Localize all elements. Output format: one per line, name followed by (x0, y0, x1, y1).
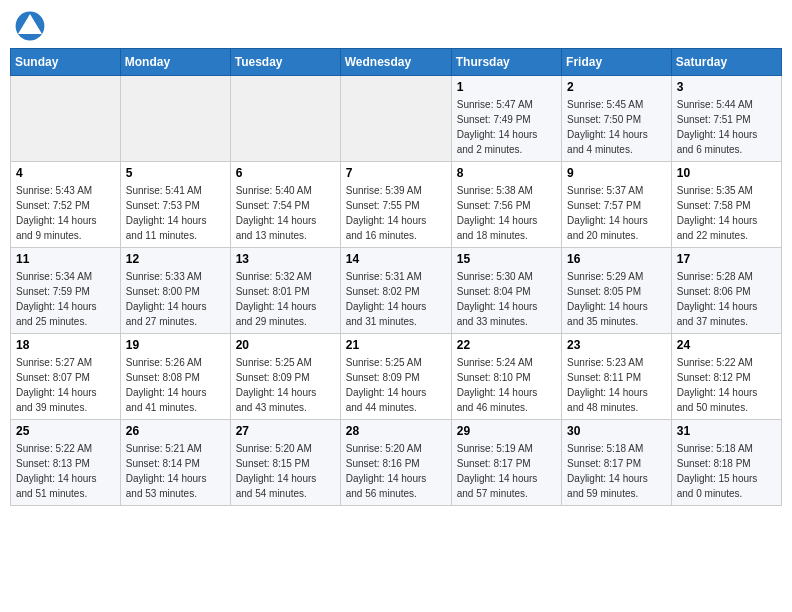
calendar-cell: 12Sunrise: 5:33 AM Sunset: 8:00 PM Dayli… (120, 248, 230, 334)
calendar-cell: 19Sunrise: 5:26 AM Sunset: 8:08 PM Dayli… (120, 334, 230, 420)
calendar-cell: 7Sunrise: 5:39 AM Sunset: 7:55 PM Daylig… (340, 162, 451, 248)
day-number: 23 (567, 338, 666, 352)
day-number: 12 (126, 252, 225, 266)
calendar-cell: 30Sunrise: 5:18 AM Sunset: 8:17 PM Dayli… (562, 420, 672, 506)
day-number: 19 (126, 338, 225, 352)
day-number: 17 (677, 252, 776, 266)
calendar-cell: 22Sunrise: 5:24 AM Sunset: 8:10 PM Dayli… (451, 334, 561, 420)
calendar-week-row: 25Sunrise: 5:22 AM Sunset: 8:13 PM Dayli… (11, 420, 782, 506)
day-info: Sunrise: 5:37 AM Sunset: 7:57 PM Dayligh… (567, 183, 666, 243)
day-info: Sunrise: 5:40 AM Sunset: 7:54 PM Dayligh… (236, 183, 335, 243)
day-info: Sunrise: 5:29 AM Sunset: 8:05 PM Dayligh… (567, 269, 666, 329)
day-number: 13 (236, 252, 335, 266)
day-info: Sunrise: 5:41 AM Sunset: 7:53 PM Dayligh… (126, 183, 225, 243)
calendar-week-row: 11Sunrise: 5:34 AM Sunset: 7:59 PM Dayli… (11, 248, 782, 334)
calendar-cell: 13Sunrise: 5:32 AM Sunset: 8:01 PM Dayli… (230, 248, 340, 334)
calendar-cell: 20Sunrise: 5:25 AM Sunset: 8:09 PM Dayli… (230, 334, 340, 420)
day-number: 24 (677, 338, 776, 352)
day-info: Sunrise: 5:21 AM Sunset: 8:14 PM Dayligh… (126, 441, 225, 501)
day-info: Sunrise: 5:19 AM Sunset: 8:17 PM Dayligh… (457, 441, 556, 501)
day-number: 16 (567, 252, 666, 266)
calendar-cell (11, 76, 121, 162)
calendar-week-row: 18Sunrise: 5:27 AM Sunset: 8:07 PM Dayli… (11, 334, 782, 420)
calendar-cell: 14Sunrise: 5:31 AM Sunset: 8:02 PM Dayli… (340, 248, 451, 334)
day-number: 20 (236, 338, 335, 352)
day-number: 5 (126, 166, 225, 180)
day-info: Sunrise: 5:43 AM Sunset: 7:52 PM Dayligh… (16, 183, 115, 243)
page-header (10, 10, 782, 42)
calendar-cell: 26Sunrise: 5:21 AM Sunset: 8:14 PM Dayli… (120, 420, 230, 506)
logo (14, 10, 50, 42)
day-number: 3 (677, 80, 776, 94)
day-of-week-header: Monday (120, 49, 230, 76)
calendar-cell: 25Sunrise: 5:22 AM Sunset: 8:13 PM Dayli… (11, 420, 121, 506)
day-info: Sunrise: 5:47 AM Sunset: 7:49 PM Dayligh… (457, 97, 556, 157)
day-number: 8 (457, 166, 556, 180)
calendar-cell: 4Sunrise: 5:43 AM Sunset: 7:52 PM Daylig… (11, 162, 121, 248)
day-info: Sunrise: 5:27 AM Sunset: 8:07 PM Dayligh… (16, 355, 115, 415)
calendar-cell: 28Sunrise: 5:20 AM Sunset: 8:16 PM Dayli… (340, 420, 451, 506)
day-info: Sunrise: 5:30 AM Sunset: 8:04 PM Dayligh… (457, 269, 556, 329)
calendar-table: SundayMondayTuesdayWednesdayThursdayFrid… (10, 48, 782, 506)
calendar-cell: 8Sunrise: 5:38 AM Sunset: 7:56 PM Daylig… (451, 162, 561, 248)
calendar-week-row: 1Sunrise: 5:47 AM Sunset: 7:49 PM Daylig… (11, 76, 782, 162)
calendar-week-row: 4Sunrise: 5:43 AM Sunset: 7:52 PM Daylig… (11, 162, 782, 248)
day-of-week-header: Saturday (671, 49, 781, 76)
calendar-cell: 29Sunrise: 5:19 AM Sunset: 8:17 PM Dayli… (451, 420, 561, 506)
calendar-cell: 2Sunrise: 5:45 AM Sunset: 7:50 PM Daylig… (562, 76, 672, 162)
calendar-cell (340, 76, 451, 162)
day-number: 2 (567, 80, 666, 94)
day-of-week-header: Sunday (11, 49, 121, 76)
calendar-cell: 1Sunrise: 5:47 AM Sunset: 7:49 PM Daylig… (451, 76, 561, 162)
day-number: 28 (346, 424, 446, 438)
calendar-cell: 27Sunrise: 5:20 AM Sunset: 8:15 PM Dayli… (230, 420, 340, 506)
day-info: Sunrise: 5:22 AM Sunset: 8:13 PM Dayligh… (16, 441, 115, 501)
calendar-cell (230, 76, 340, 162)
day-info: Sunrise: 5:39 AM Sunset: 7:55 PM Dayligh… (346, 183, 446, 243)
calendar-cell: 17Sunrise: 5:28 AM Sunset: 8:06 PM Dayli… (671, 248, 781, 334)
calendar-cell: 21Sunrise: 5:25 AM Sunset: 8:09 PM Dayli… (340, 334, 451, 420)
day-number: 14 (346, 252, 446, 266)
day-info: Sunrise: 5:28 AM Sunset: 8:06 PM Dayligh… (677, 269, 776, 329)
day-number: 11 (16, 252, 115, 266)
day-number: 1 (457, 80, 556, 94)
day-number: 22 (457, 338, 556, 352)
day-number: 25 (16, 424, 115, 438)
calendar-cell: 10Sunrise: 5:35 AM Sunset: 7:58 PM Dayli… (671, 162, 781, 248)
day-number: 6 (236, 166, 335, 180)
calendar-cell: 31Sunrise: 5:18 AM Sunset: 8:18 PM Dayli… (671, 420, 781, 506)
calendar-cell: 24Sunrise: 5:22 AM Sunset: 8:12 PM Dayli… (671, 334, 781, 420)
calendar-cell: 16Sunrise: 5:29 AM Sunset: 8:05 PM Dayli… (562, 248, 672, 334)
calendar-cell: 23Sunrise: 5:23 AM Sunset: 8:11 PM Dayli… (562, 334, 672, 420)
day-of-week-header: Tuesday (230, 49, 340, 76)
day-info: Sunrise: 5:23 AM Sunset: 8:11 PM Dayligh… (567, 355, 666, 415)
day-info: Sunrise: 5:20 AM Sunset: 8:15 PM Dayligh… (236, 441, 335, 501)
calendar-cell: 15Sunrise: 5:30 AM Sunset: 8:04 PM Dayli… (451, 248, 561, 334)
day-number: 15 (457, 252, 556, 266)
day-info: Sunrise: 5:35 AM Sunset: 7:58 PM Dayligh… (677, 183, 776, 243)
day-number: 30 (567, 424, 666, 438)
day-info: Sunrise: 5:20 AM Sunset: 8:16 PM Dayligh… (346, 441, 446, 501)
calendar-cell: 3Sunrise: 5:44 AM Sunset: 7:51 PM Daylig… (671, 76, 781, 162)
day-info: Sunrise: 5:18 AM Sunset: 8:18 PM Dayligh… (677, 441, 776, 501)
day-number: 9 (567, 166, 666, 180)
calendar-cell: 5Sunrise: 5:41 AM Sunset: 7:53 PM Daylig… (120, 162, 230, 248)
logo-icon (14, 10, 46, 42)
day-number: 29 (457, 424, 556, 438)
day-number: 7 (346, 166, 446, 180)
calendar-header-row: SundayMondayTuesdayWednesdayThursdayFrid… (11, 49, 782, 76)
day-number: 4 (16, 166, 115, 180)
day-info: Sunrise: 5:33 AM Sunset: 8:00 PM Dayligh… (126, 269, 225, 329)
day-info: Sunrise: 5:34 AM Sunset: 7:59 PM Dayligh… (16, 269, 115, 329)
day-number: 10 (677, 166, 776, 180)
day-info: Sunrise: 5:38 AM Sunset: 7:56 PM Dayligh… (457, 183, 556, 243)
calendar-cell: 6Sunrise: 5:40 AM Sunset: 7:54 PM Daylig… (230, 162, 340, 248)
day-info: Sunrise: 5:26 AM Sunset: 8:08 PM Dayligh… (126, 355, 225, 415)
calendar-cell: 18Sunrise: 5:27 AM Sunset: 8:07 PM Dayli… (11, 334, 121, 420)
day-number: 27 (236, 424, 335, 438)
calendar-cell: 11Sunrise: 5:34 AM Sunset: 7:59 PM Dayli… (11, 248, 121, 334)
day-info: Sunrise: 5:25 AM Sunset: 8:09 PM Dayligh… (346, 355, 446, 415)
day-of-week-header: Wednesday (340, 49, 451, 76)
day-of-week-header: Friday (562, 49, 672, 76)
day-number: 31 (677, 424, 776, 438)
